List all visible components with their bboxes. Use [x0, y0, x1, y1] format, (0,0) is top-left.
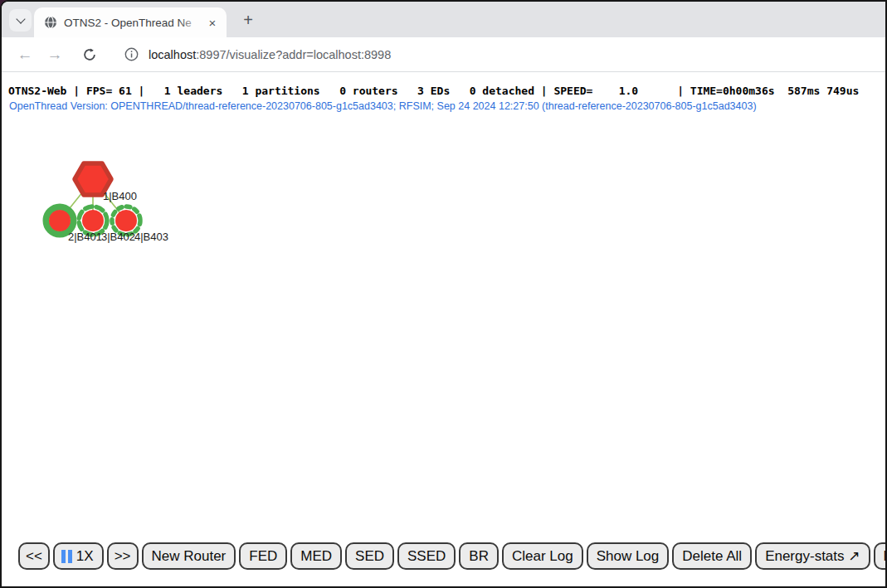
speed-down-button[interactable]: << — [18, 542, 50, 570]
url-bar[interactable]: localhost:8997/visualize?addr=localhost:… — [116, 41, 877, 68]
tab-title: OTNS2 - OpenThread Ne — [64, 17, 192, 29]
url-path: :8997/visualize?addr=localhost:8998 — [196, 48, 391, 61]
br-button[interactable]: BR — [459, 542, 499, 570]
node-label-4: 4|B403 — [134, 231, 168, 243]
delete-all-button[interactable]: Delete All — [672, 542, 752, 570]
info-icon[interactable] — [124, 47, 139, 61]
node-label-2: 2|B401 — [68, 231, 102, 243]
back-icon[interactable]: ← — [13, 43, 37, 66]
browser-window: OTNS2 - OpenThread Ne × + ← → localhost:… — [0, 0, 887, 588]
tab-otns2[interactable]: OTNS2 - OpenThread Ne × — [34, 7, 227, 37]
pause-icon — [61, 550, 72, 563]
energy-stats-button[interactable]: Energy-stats ↗ — [755, 542, 870, 570]
new-router-button[interactable]: New Router — [142, 542, 236, 570]
globe-icon — [44, 16, 57, 29]
url-text: localhost:8997/visualize?addr=localhost:… — [149, 48, 391, 61]
navigation-bar: ← → localhost:8997/visualize?addr=localh… — [2, 37, 885, 72]
new-tab-button[interactable]: + — [236, 8, 260, 32]
network-canvas: 1|B400 2|B401 3|B402 4|B403 — [2, 72, 267, 263]
tab-strip: OTNS2 - OpenThread Ne × + — [2, 2, 885, 37]
node-stats-button[interactable]: Node-stats ↗ — [874, 542, 887, 570]
clear-log-button[interactable]: Clear Log — [502, 542, 583, 570]
fed-button[interactable]: FED — [239, 542, 287, 570]
node-label-1: 1|B400 — [103, 190, 137, 202]
speed-up-button[interactable]: >> — [107, 542, 139, 570]
otns-page-content: OTNS2-Web | FPS= 61 | 1 leaders 1 partit… — [2, 72, 885, 586]
reload-icon[interactable] — [78, 43, 101, 66]
chevron-down-icon — [16, 14, 25, 23]
node-label-3: 3|B402 — [101, 231, 135, 243]
sed-button[interactable]: SED — [345, 542, 394, 570]
forward-icon[interactable]: → — [43, 43, 66, 66]
tab-title-wrap: OTNS2 - OpenThread Ne — [64, 15, 202, 30]
ssed-button[interactable]: SSED — [397, 542, 456, 570]
tab-search-button[interactable] — [9, 9, 32, 32]
tab-close-icon[interactable]: × — [205, 15, 220, 30]
speed-display-button[interactable]: 1X — [53, 542, 104, 570]
speed-label: 1X — [76, 548, 94, 565]
action-toolbar: << 1X >> New Router FED MED SED SSED BR … — [18, 542, 885, 570]
url-host: localhost — [149, 48, 196, 61]
show-log-button[interactable]: Show Log — [587, 542, 670, 570]
med-button[interactable]: MED — [290, 542, 342, 570]
